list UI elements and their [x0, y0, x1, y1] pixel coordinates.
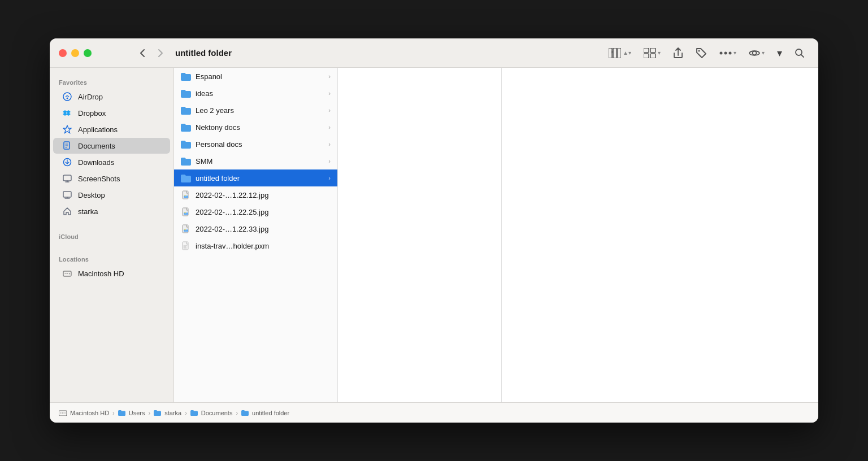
item-name: SMM	[196, 157, 324, 166]
breadcrumb-documents-icon	[190, 410, 198, 416]
minimize-button[interactable]	[71, 49, 79, 57]
more-button[interactable]: ▾	[715, 45, 741, 62]
list-item[interactable]: insta-trav…holder.pxm	[174, 237, 337, 254]
item-name: Personal docs	[196, 140, 324, 149]
svg-rect-2	[618, 48, 621, 58]
item-name: ideas	[196, 89, 324, 98]
list-item[interactable]: 2022-02-…1.22.25.jpg	[174, 203, 337, 220]
view-chevron: ▲▾	[623, 50, 631, 56]
list-item[interactable]: Personal docs ›	[174, 136, 337, 153]
item-name: Nektony docs	[196, 123, 324, 132]
svg-point-14	[67, 98, 68, 99]
breadcrumb-documents: Documents	[201, 410, 233, 416]
image-file-icon	[181, 224, 191, 234]
forward-button[interactable]	[153, 45, 168, 61]
sidebar-item-documents-label: Documents	[78, 142, 115, 150]
finder-window: untitled folder ▲▾ ▾	[50, 38, 818, 423]
list-item[interactable]: ideas ›	[174, 85, 337, 102]
image-file-icon	[181, 190, 191, 200]
item-name: untitled folder	[196, 174, 324, 182]
airdrop-icon	[62, 92, 72, 102]
folder-icon	[181, 105, 191, 115]
main-content: Favorites AirDrop	[50, 68, 818, 402]
list-item[interactable]: 2022-02-…1.22.12.jpg	[174, 186, 337, 203]
svg-point-7	[698, 50, 700, 51]
titlebar: untitled folder ▲▾ ▾	[50, 38, 818, 68]
chevron-right-icon: ›	[328, 141, 331, 147]
list-item[interactable]: Leo 2 years ›	[174, 102, 337, 119]
svg-rect-4	[650, 48, 656, 53]
svg-point-9	[724, 51, 727, 54]
svg-point-11	[753, 51, 757, 55]
svg-point-34	[64, 412, 66, 414]
chevron-right-icon: ›	[328, 73, 331, 80]
chevron-right-icon: ›	[328, 124, 331, 131]
sidebar-item-macintosh-hd[interactable]: Macintosh HD	[53, 266, 170, 281]
list-item[interactable]: Espanol ›	[174, 68, 337, 85]
folder-icon	[181, 71, 191, 81]
view-columns-button[interactable]: ▲▾	[604, 45, 636, 62]
sidebar-item-downloads[interactable]: Downloads	[53, 154, 170, 170]
sidebar-item-downloads-label: Downloads	[78, 158, 114, 167]
documents-icon	[62, 141, 72, 151]
sidebar-item-dropbox[interactable]: Dropbox	[53, 105, 170, 121]
svg-point-10	[729, 51, 732, 54]
svg-point-13	[63, 93, 71, 101]
svg-rect-17	[63, 175, 71, 181]
view-options-button[interactable]: ▾	[744, 45, 769, 62]
breadcrumb-untitled-folder: untitled folder	[252, 410, 289, 416]
sidebar-item-starka-label: starka	[78, 207, 98, 216]
icloud-label: iCloud	[50, 229, 173, 242]
item-name: Espanol	[196, 72, 324, 81]
sidebar-item-applications[interactable]: Applications	[53, 121, 170, 137]
list-item[interactable]: SMM ›	[174, 153, 337, 169]
arrange-button[interactable]: ▾	[772, 45, 787, 62]
folder-icon	[181, 88, 191, 98]
close-button[interactable]	[59, 49, 67, 57]
traffic-lights	[59, 49, 92, 57]
item-name: 2022-02-…1.22.25.jpg	[196, 208, 331, 216]
desktop-icon	[62, 190, 72, 200]
sidebar-item-macintosh-hd-label: Macintosh HD	[78, 269, 124, 278]
file-browser: Espanol › ideas ›	[174, 68, 818, 402]
selected-row-wrapper: untitled folder ›	[174, 169, 337, 186]
folder-icon-selected	[181, 173, 191, 183]
sidebar-item-airdrop[interactable]: AirDrop	[53, 89, 170, 105]
home-icon	[62, 206, 72, 216]
sidebar: Favorites AirDrop	[50, 68, 174, 402]
tag-button[interactable]	[691, 45, 711, 62]
item-name: 2022-02-…1.22.33.jpg	[196, 225, 331, 233]
column-1: Espanol › ideas ›	[174, 68, 338, 402]
eye-chevron: ▾	[762, 50, 765, 56]
sidebar-item-documents[interactable]: Documents	[53, 138, 170, 154]
sidebar-item-screenshots[interactable]: ScreenShots	[53, 171, 170, 186]
sidebar-item-desktop-label: Desktop	[78, 191, 105, 199]
list-item[interactable]: 2022-02-…1.22.33.jpg	[174, 220, 337, 237]
svg-rect-3	[644, 48, 649, 53]
chevron-right-icon: ›	[328, 175, 331, 181]
image-file-icon	[181, 207, 191, 217]
column-2	[338, 68, 502, 402]
breadcrumb-starka: starka	[164, 410, 181, 416]
breadcrumb-untitled-icon	[241, 410, 249, 416]
search-button[interactable]	[790, 45, 809, 62]
item-name: Leo 2 years	[196, 106, 324, 115]
folder-icon	[181, 122, 191, 132]
column-3	[502, 68, 818, 402]
chevron-right-icon: ›	[328, 90, 331, 97]
dropbox-icon	[62, 108, 72, 118]
sidebar-item-screenshots-label: ScreenShots	[78, 175, 120, 183]
svg-point-12	[796, 49, 802, 55]
view-grid-button[interactable]: ▾	[639, 45, 665, 62]
list-item[interactable]: Nektony docs ›	[174, 119, 337, 136]
locations-label: Locations	[50, 251, 173, 265]
sidebar-item-starka[interactable]: starka	[53, 203, 170, 219]
back-button[interactable]	[134, 45, 150, 61]
svg-point-20	[69, 273, 70, 275]
maximize-button[interactable]	[84, 49, 92, 57]
list-item-untitled-folder[interactable]: untitled folder ›	[174, 169, 337, 186]
sidebar-item-desktop[interactable]: Desktop	[53, 187, 170, 203]
share-button[interactable]	[669, 45, 688, 62]
sidebar-item-applications-label: Applications	[78, 125, 118, 134]
grid-chevron: ▾	[658, 50, 661, 56]
